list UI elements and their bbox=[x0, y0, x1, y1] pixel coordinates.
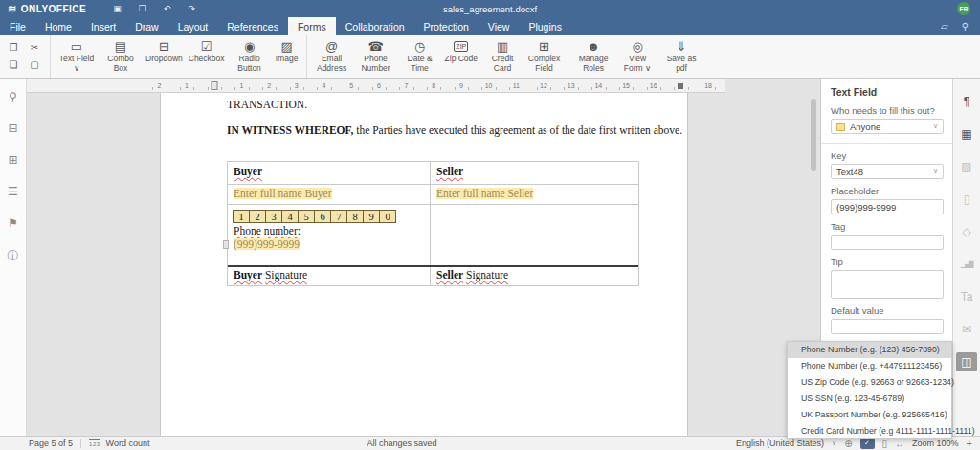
page-indicator: Page 5 of 5 bbox=[0, 439, 73, 448]
about-icon[interactable]: ⓘ bbox=[8, 248, 19, 264]
form-settings-icon[interactable]: ◫ bbox=[956, 352, 977, 371]
manage-roles-icon[interactable]: ☻ Manage Roles bbox=[571, 35, 615, 78]
menu-tab[interactable]: View bbox=[479, 17, 520, 35]
save-as-pdf-icon[interactable]: ⇓ Save as pdf bbox=[659, 35, 703, 78]
menu-tab[interactable]: Home bbox=[35, 17, 81, 35]
spell-check-toggle-icon[interactable]: ✓ bbox=[860, 439, 875, 449]
dropdown-option[interactable]: US Zip Code (e.g. 92663 or 92663-1234) bbox=[788, 374, 951, 391]
checkbox-icon[interactable]: ☑ Checkbox bbox=[186, 35, 228, 78]
digit-boxes-field[interactable]: 1234567890 bbox=[234, 210, 424, 223]
panel-title: Text Field bbox=[831, 86, 943, 98]
tag-input[interactable] bbox=[831, 235, 944, 250]
paste-icon[interactable]: ❏ bbox=[6, 57, 21, 73]
menu-tab[interactable]: Layout bbox=[168, 17, 218, 35]
language-selector[interactable]: English (United States) bbox=[736, 439, 824, 448]
dropdown-option[interactable]: UK Passport Number (e.g. 925665416) bbox=[788, 407, 951, 423]
zoom-level[interactable]: Zoom 100% bbox=[912, 439, 959, 448]
phone-number-icon[interactable]: ☎ Phone Number bbox=[354, 35, 398, 78]
app-logo-text: ONLYOFFICE bbox=[21, 4, 87, 14]
dropdown-icon[interactable]: ⊟ Dropdown bbox=[143, 35, 186, 78]
select-all-icon[interactable]: ▢ bbox=[27, 57, 42, 73]
mail-merge-icon[interactable]: ✉ bbox=[956, 320, 977, 339]
print-icon[interactable]: ❒ bbox=[139, 4, 146, 13]
key-select[interactable]: Text48 ∨ bbox=[831, 164, 944, 179]
copy-icon[interactable]: ❐ bbox=[6, 40, 21, 56]
format-mask-dropdown: Phone Number (e.g. (123) 456-7890) Phone… bbox=[787, 341, 952, 439]
menu-tab[interactable]: Forms bbox=[288, 17, 336, 35]
search-icon[interactable]: ⚲ bbox=[962, 21, 969, 32]
ruler-mark: 16 bbox=[639, 79, 667, 93]
digit-box: 9 bbox=[363, 210, 380, 223]
ruler-mark: 18 bbox=[695, 79, 723, 93]
paragraph-settings-icon[interactable]: ¶ bbox=[956, 92, 977, 111]
image-settings-icon[interactable]: ▨ bbox=[956, 157, 977, 176]
navigation-icon[interactable]: ☰ bbox=[8, 185, 18, 198]
save-status: All changes saved bbox=[367, 439, 436, 448]
chevron-down-icon: ∨ bbox=[933, 168, 938, 175]
menu-tab[interactable]: File bbox=[0, 17, 35, 35]
role-select[interactable]: Anyone ∨ bbox=[831, 119, 944, 134]
undo-icon[interactable]: ↶ bbox=[164, 4, 171, 13]
forms-toolbar: ❐ ✂ ❏ ▢ ▭ Text Field ∨ ▤ Combo Box ⊟ Dro… bbox=[0, 35, 980, 79]
vertical-scrollbar[interactable] bbox=[811, 99, 816, 171]
empty-cell bbox=[431, 205, 638, 265]
fit-page-icon[interactable]: ▯ bbox=[882, 439, 888, 449]
open-file-location-icon[interactable]: ▱ bbox=[941, 21, 948, 32]
ruler-mark: 14 bbox=[585, 79, 612, 93]
seller-name-field[interactable]: Enter full name Seller bbox=[436, 188, 533, 199]
dropdown-option[interactable]: US SSN (e.g. 123-45-6789) bbox=[788, 391, 951, 407]
text-field-icon[interactable]: ▭ Text Field ∨ bbox=[55, 35, 99, 78]
text-art-settings-icon[interactable]: Ta bbox=[956, 287, 977, 306]
chart-settings-icon[interactable]: ▁▄▇ bbox=[956, 255, 977, 274]
chevron-down-icon: ∨ bbox=[832, 439, 836, 447]
buyer-name-field[interactable]: Enter full name Buyer bbox=[234, 188, 332, 199]
digit-box: 1 bbox=[233, 210, 250, 223]
radio-button-icon[interactable]: ◉ Radio Button bbox=[228, 35, 272, 78]
dropdown-option[interactable]: Phone Number (e.g. +447911123456) bbox=[788, 358, 951, 374]
avatar[interactable]: ER bbox=[957, 2, 970, 15]
placeholder-input[interactable] bbox=[831, 199, 944, 214]
dropdown-option[interactable]: Phone Number (e.g. (123) 456-7890) bbox=[788, 342, 951, 358]
fit-width-icon[interactable]: ↔ bbox=[895, 439, 904, 449]
digit-box: 5 bbox=[298, 210, 315, 223]
view-form-icon[interactable]: ◎ View Form ∨ bbox=[615, 35, 659, 78]
doc-paragraph: IN WITNESS WHEREOF, the Parties have exe… bbox=[227, 124, 692, 138]
menu-tab[interactable]: Protection bbox=[414, 17, 479, 35]
phone-number-field[interactable]: (999)999-9999 bbox=[234, 238, 300, 250]
ruler-mark: 6 bbox=[366, 79, 393, 93]
horizontal-ruler: 2 1 1 2 3 4 5 6 7 8 9 10 11 12 13 bbox=[27, 79, 725, 93]
tip-input[interactable] bbox=[831, 270, 944, 299]
save-icon[interactable]: ▣ bbox=[113, 4, 122, 13]
shape-settings-icon[interactable]: ◇ bbox=[956, 222, 977, 241]
menu-tab[interactable]: References bbox=[217, 17, 288, 35]
digit-box: 7 bbox=[330, 210, 347, 223]
zip-code-icon[interactable]: ZIP Zip Code bbox=[442, 35, 481, 78]
word-count-button[interactable]: Word count bbox=[106, 439, 150, 448]
zoom-in-button[interactable]: + bbox=[967, 438, 972, 449]
feedback-icon[interactable]: ⚑ bbox=[8, 216, 18, 230]
credit-card-icon[interactable]: ▥ Credit Card bbox=[480, 35, 524, 78]
document-page: TRANSACTION. IN WITNESS WHEREOF, the Par… bbox=[161, 93, 687, 436]
search-icon[interactable]: ⚲ bbox=[9, 90, 17, 103]
tip-label: Tip bbox=[831, 257, 943, 267]
date-time-icon[interactable]: ◷ Date & Time bbox=[398, 35, 442, 78]
chat-icon[interactable]: ⊞ bbox=[8, 153, 17, 167]
combo-box-icon[interactable]: ▤ Combo Box bbox=[99, 35, 143, 78]
complex-field-icon[interactable]: ⊞ Complex Field bbox=[524, 35, 568, 78]
redo-icon[interactable]: ↷ bbox=[188, 4, 195, 13]
set-language-globe-icon[interactable]: ⊕ bbox=[844, 439, 852, 449]
menu-tab[interactable]: Plugins bbox=[519, 17, 570, 35]
role-color-swatch bbox=[836, 123, 845, 131]
menu-tab[interactable]: Collaboration bbox=[336, 17, 414, 35]
menu-tab[interactable]: Insert bbox=[81, 17, 125, 35]
dropdown-option[interactable]: Credit Card Number (e.g 4111-1111-1111-1… bbox=[788, 423, 951, 439]
image-icon[interactable]: ▨ Image bbox=[272, 35, 307, 78]
default-value-input[interactable] bbox=[831, 319, 944, 334]
email-address-icon[interactable]: @ Email Address bbox=[310, 35, 354, 78]
table-settings-icon[interactable]: ▦ bbox=[956, 124, 977, 144]
comments-icon[interactable]: ⊟ bbox=[8, 122, 17, 135]
cut-icon[interactable]: ✂ bbox=[27, 40, 42, 56]
seller-signature-cell: Seller Signature bbox=[431, 267, 638, 285]
header-footer-settings-icon[interactable]: ▯ bbox=[956, 190, 977, 209]
menu-tab[interactable]: Draw bbox=[125, 17, 168, 35]
